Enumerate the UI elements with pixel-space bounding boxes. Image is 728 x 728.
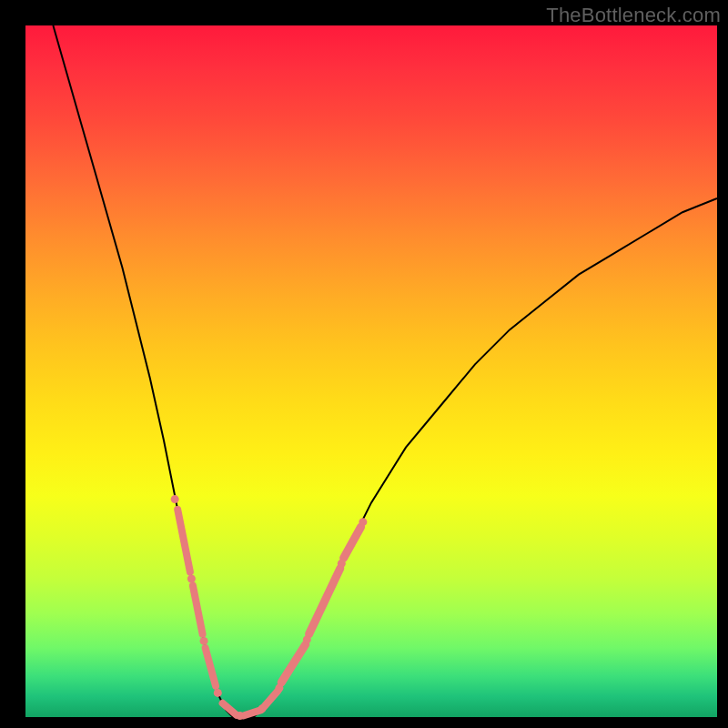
bottleneck-curve [53, 25, 717, 717]
chart-svg [25, 25, 717, 717]
marker-dot [171, 495, 179, 503]
watermark-label: TheBottleneck.com [546, 4, 721, 27]
plot-area [25, 25, 717, 717]
marker-dot [200, 637, 208, 645]
marker-dot [214, 689, 222, 697]
marker-segment [206, 648, 216, 686]
chart-frame: TheBottleneck.com [0, 0, 728, 728]
marker-dot [359, 518, 367, 526]
marker-segment [309, 569, 340, 634]
marker-dot [303, 635, 311, 643]
marker-segment [281, 644, 306, 682]
marker-dot [338, 560, 346, 568]
marker-segment [177, 510, 190, 571]
marker-segment [344, 527, 361, 558]
marker-segment [243, 710, 260, 715]
marker-dot [236, 712, 244, 720]
marker-dot [187, 574, 196, 582]
marker-dot [275, 684, 283, 693]
marker-segment [193, 586, 203, 634]
marker-dot [258, 704, 266, 713]
marker-segment [223, 703, 237, 715]
marker-segment [264, 691, 278, 706]
